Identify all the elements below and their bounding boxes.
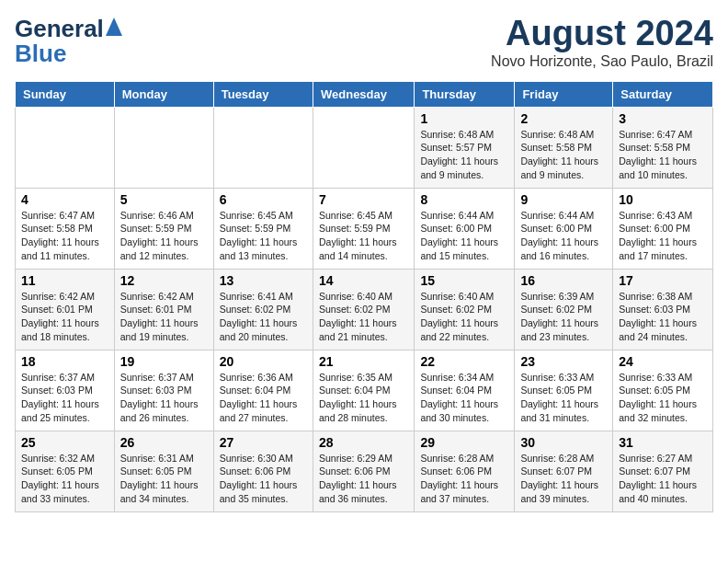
calendar-cell: 3Sunrise: 6:47 AMSunset: 5:58 PMDaylight… [613, 107, 713, 188]
day-info: Sunrise: 6:33 AMSunset: 6:05 PMDaylight:… [520, 371, 607, 425]
day-info: Sunrise: 6:38 AMSunset: 6:03 PMDaylight:… [619, 290, 707, 344]
calendar-cell: 6Sunrise: 6:45 AMSunset: 5:59 PMDaylight… [213, 188, 313, 269]
calendar-cell: 25Sunrise: 6:32 AMSunset: 6:05 PMDayligh… [16, 431, 115, 511]
day-info: Sunrise: 6:27 AMSunset: 6:07 PMDaylight:… [619, 452, 707, 506]
calendar-cell: 30Sunrise: 6:28 AMSunset: 6:07 PMDayligh… [515, 431, 613, 511]
calendar-cell: 17Sunrise: 6:38 AMSunset: 6:03 PMDayligh… [613, 269, 713, 350]
day-info: Sunrise: 6:36 AMSunset: 6:04 PMDaylight:… [220, 371, 307, 425]
day-number: 19 [120, 354, 208, 369]
day-number: 28 [319, 435, 408, 450]
day-number: 29 [420, 435, 508, 450]
day-number: 3 [619, 111, 707, 126]
day-info: Sunrise: 6:37 AMSunset: 6:03 PMDaylight:… [120, 371, 208, 425]
day-info: Sunrise: 6:28 AMSunset: 6:07 PMDaylight:… [520, 452, 607, 506]
day-number: 30 [520, 435, 607, 450]
calendar-cell: 2Sunrise: 6:48 AMSunset: 5:58 PMDaylight… [515, 107, 613, 188]
calendar-cell: 20Sunrise: 6:36 AMSunset: 6:04 PMDayligh… [213, 350, 313, 431]
day-info: Sunrise: 6:43 AMSunset: 6:00 PMDaylight:… [619, 209, 707, 263]
day-info: Sunrise: 6:44 AMSunset: 6:00 PMDaylight:… [420, 209, 508, 263]
calendar-table: Sunday Monday Tuesday Wednesday Thursday… [15, 81, 713, 512]
day-info: Sunrise: 6:42 AMSunset: 6:01 PMDaylight:… [120, 290, 208, 344]
calendar-cell: 13Sunrise: 6:41 AMSunset: 6:02 PMDayligh… [213, 269, 313, 350]
logo: General Blue [15, 15, 122, 68]
calendar-cell [213, 107, 313, 188]
table-row: 11Sunrise: 6:42 AMSunset: 6:01 PMDayligh… [16, 269, 713, 350]
calendar-cell: 7Sunrise: 6:45 AMSunset: 5:59 PMDaylight… [313, 188, 414, 269]
day-number: 18 [21, 354, 108, 369]
day-info: Sunrise: 6:30 AMSunset: 6:06 PMDaylight:… [220, 452, 307, 506]
calendar-cell: 21Sunrise: 6:35 AMSunset: 6:04 PMDayligh… [313, 350, 414, 431]
day-number: 22 [420, 354, 508, 369]
day-info: Sunrise: 6:47 AMSunset: 5:58 PMDaylight:… [619, 128, 707, 182]
svg-marker-0 [106, 17, 122, 36]
calendar-cell: 28Sunrise: 6:29 AMSunset: 6:06 PMDayligh… [313, 431, 414, 511]
calendar-cell: 23Sunrise: 6:33 AMSunset: 6:05 PMDayligh… [515, 350, 613, 431]
day-info: Sunrise: 6:48 AMSunset: 5:58 PMDaylight:… [520, 128, 607, 182]
day-number: 24 [619, 354, 707, 369]
day-number: 8 [420, 192, 508, 207]
day-number: 21 [319, 354, 408, 369]
header: General Blue August 2024 Novo Horizonte,… [15, 15, 713, 70]
month-year-title: August 2024 [491, 15, 713, 53]
calendar-cell: 10Sunrise: 6:43 AMSunset: 6:00 PMDayligh… [613, 188, 713, 269]
calendar-cell: 24Sunrise: 6:33 AMSunset: 6:05 PMDayligh… [613, 350, 713, 431]
day-info: Sunrise: 6:39 AMSunset: 6:02 PMDaylight:… [520, 290, 607, 344]
day-number: 25 [21, 435, 108, 450]
day-info: Sunrise: 6:48 AMSunset: 5:57 PMDaylight:… [420, 128, 508, 182]
col-sunday: Sunday [16, 81, 115, 107]
calendar-cell [16, 107, 115, 188]
day-number: 4 [21, 192, 108, 207]
calendar-cell: 8Sunrise: 6:44 AMSunset: 6:00 PMDaylight… [415, 188, 515, 269]
calendar-cell: 14Sunrise: 6:40 AMSunset: 6:02 PMDayligh… [313, 269, 414, 350]
day-info: Sunrise: 6:40 AMSunset: 6:02 PMDaylight:… [420, 290, 508, 344]
col-tuesday: Tuesday [213, 81, 313, 107]
calendar-cell: 27Sunrise: 6:30 AMSunset: 6:06 PMDayligh… [213, 431, 313, 511]
col-friday: Friday [515, 81, 613, 107]
day-number: 5 [120, 192, 208, 207]
col-saturday: Saturday [613, 81, 713, 107]
day-info: Sunrise: 6:32 AMSunset: 6:05 PMDaylight:… [21, 452, 108, 506]
calendar-cell: 5Sunrise: 6:46 AMSunset: 5:59 PMDaylight… [114, 188, 213, 269]
day-info: Sunrise: 6:41 AMSunset: 6:02 PMDaylight:… [220, 290, 307, 344]
day-number: 31 [619, 435, 707, 450]
day-info: Sunrise: 6:37 AMSunset: 6:03 PMDaylight:… [21, 371, 108, 425]
col-thursday: Thursday [415, 81, 515, 107]
calendar-cell: 19Sunrise: 6:37 AMSunset: 6:03 PMDayligh… [114, 350, 213, 431]
day-number: 15 [420, 273, 508, 288]
day-number: 11 [21, 273, 108, 288]
day-info: Sunrise: 6:31 AMSunset: 6:05 PMDaylight:… [120, 452, 208, 506]
calendar-cell: 22Sunrise: 6:34 AMSunset: 6:04 PMDayligh… [415, 350, 515, 431]
calendar-cell: 29Sunrise: 6:28 AMSunset: 6:06 PMDayligh… [415, 431, 515, 511]
header-row: Sunday Monday Tuesday Wednesday Thursday… [16, 81, 713, 107]
location-subtitle: Novo Horizonte, Sao Paulo, Brazil [491, 53, 713, 70]
day-info: Sunrise: 6:47 AMSunset: 5:58 PMDaylight:… [21, 209, 108, 263]
calendar-cell: 9Sunrise: 6:44 AMSunset: 6:00 PMDaylight… [515, 188, 613, 269]
day-number: 14 [319, 273, 408, 288]
day-info: Sunrise: 6:45 AMSunset: 5:59 PMDaylight:… [220, 209, 307, 263]
table-row: 18Sunrise: 6:37 AMSunset: 6:03 PMDayligh… [16, 350, 713, 431]
table-row: 4Sunrise: 6:47 AMSunset: 5:58 PMDaylight… [16, 188, 713, 269]
day-info: Sunrise: 6:35 AMSunset: 6:04 PMDaylight:… [319, 371, 408, 425]
day-info: Sunrise: 6:44 AMSunset: 6:00 PMDaylight:… [520, 209, 607, 263]
calendar-cell: 11Sunrise: 6:42 AMSunset: 6:01 PMDayligh… [16, 269, 115, 350]
day-number: 27 [220, 435, 307, 450]
calendar-cell: 16Sunrise: 6:39 AMSunset: 6:02 PMDayligh… [515, 269, 613, 350]
day-number: 1 [420, 111, 508, 126]
day-info: Sunrise: 6:46 AMSunset: 5:59 PMDaylight:… [120, 209, 208, 263]
day-info: Sunrise: 6:34 AMSunset: 6:04 PMDaylight:… [420, 371, 508, 425]
day-info: Sunrise: 6:29 AMSunset: 6:06 PMDaylight:… [319, 452, 408, 506]
day-number: 9 [520, 192, 607, 207]
calendar-cell: 26Sunrise: 6:31 AMSunset: 6:05 PMDayligh… [114, 431, 213, 511]
day-number: 2 [520, 111, 607, 126]
logo-blue: Blue [15, 40, 66, 68]
day-info: Sunrise: 6:33 AMSunset: 6:05 PMDaylight:… [619, 371, 707, 425]
calendar-cell: 31Sunrise: 6:27 AMSunset: 6:07 PMDayligh… [613, 431, 713, 511]
day-number: 23 [520, 354, 607, 369]
calendar-cell: 15Sunrise: 6:40 AMSunset: 6:02 PMDayligh… [415, 269, 515, 350]
day-number: 26 [120, 435, 208, 450]
table-row: 25Sunrise: 6:32 AMSunset: 6:05 PMDayligh… [16, 431, 713, 511]
calendar-cell: 18Sunrise: 6:37 AMSunset: 6:03 PMDayligh… [16, 350, 115, 431]
col-monday: Monday [114, 81, 213, 107]
day-number: 12 [120, 273, 208, 288]
calendar-cell: 12Sunrise: 6:42 AMSunset: 6:01 PMDayligh… [114, 269, 213, 350]
